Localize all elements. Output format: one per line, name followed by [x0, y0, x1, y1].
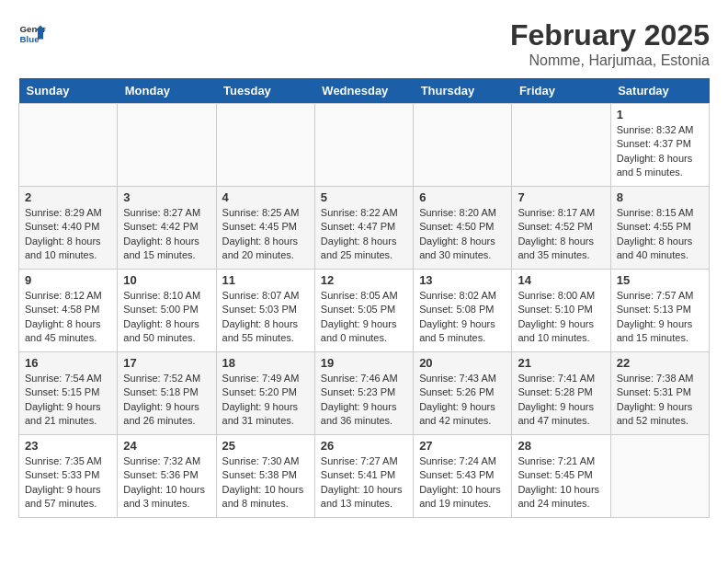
calendar-header-row: Sunday Monday Tuesday Wednesday Thursday…: [19, 78, 710, 104]
table-row: [414, 104, 512, 187]
day-number: 26: [321, 439, 407, 453]
table-row: 25Sunrise: 7:30 AM Sunset: 5:38 PM Dayli…: [216, 435, 314, 518]
day-info: Sunrise: 8:00 AM Sunset: 5:10 PM Dayligh…: [518, 289, 604, 346]
day-info: Sunrise: 8:29 AM Sunset: 4:40 PM Dayligh…: [25, 206, 111, 263]
day-info: Sunrise: 8:17 AM Sunset: 4:52 PM Dayligh…: [518, 206, 604, 263]
day-number: 11: [222, 273, 309, 287]
table-row: 2Sunrise: 8:29 AM Sunset: 4:40 PM Daylig…: [19, 187, 118, 270]
table-row: [19, 104, 118, 187]
day-info: Sunrise: 7:52 AM Sunset: 5:18 PM Dayligh…: [123, 372, 210, 429]
day-info: Sunrise: 7:21 AM Sunset: 5:45 PM Dayligh…: [518, 454, 604, 511]
table-row: 12Sunrise: 8:05 AM Sunset: 5:05 PM Dayli…: [314, 270, 413, 352]
day-number: 14: [518, 273, 604, 287]
day-number: 6: [419, 190, 506, 204]
day-number: 8: [617, 190, 703, 204]
table-row: [610, 435, 709, 518]
logo: General Blue: [18, 18, 46, 46]
table-row: [216, 104, 314, 187]
day-info: Sunrise: 7:57 AM Sunset: 5:13 PM Dayligh…: [617, 289, 703, 346]
day-number: 25: [222, 439, 309, 453]
day-number: 17: [123, 356, 210, 370]
day-info: Sunrise: 7:27 AM Sunset: 5:41 PM Dayligh…: [321, 454, 407, 511]
day-number: 18: [222, 356, 309, 370]
table-row: 7Sunrise: 8:17 AM Sunset: 4:52 PM Daylig…: [512, 187, 610, 270]
day-info: Sunrise: 8:15 AM Sunset: 4:55 PM Dayligh…: [617, 206, 703, 263]
day-info: Sunrise: 8:05 AM Sunset: 5:05 PM Dayligh…: [321, 289, 407, 346]
table-row: 5Sunrise: 8:22 AM Sunset: 4:47 PM Daylig…: [314, 187, 413, 270]
table-row: 23Sunrise: 7:35 AM Sunset: 5:33 PM Dayli…: [19, 435, 118, 518]
day-number: 9: [25, 273, 111, 287]
day-info: Sunrise: 8:12 AM Sunset: 4:58 PM Dayligh…: [25, 289, 111, 346]
day-number: 22: [617, 356, 703, 370]
day-info: Sunrise: 8:10 AM Sunset: 5:00 PM Dayligh…: [123, 289, 210, 346]
table-row: 8Sunrise: 8:15 AM Sunset: 4:55 PM Daylig…: [610, 187, 709, 270]
day-number: 4: [222, 190, 309, 204]
day-number: 28: [518, 439, 604, 453]
table-row: 16Sunrise: 7:54 AM Sunset: 5:15 PM Dayli…: [19, 352, 118, 435]
day-info: Sunrise: 7:41 AM Sunset: 5:28 PM Dayligh…: [518, 372, 604, 429]
title-block: February 2025 Nomme, Harjumaa, Estonia: [510, 18, 710, 69]
table-row: 27Sunrise: 7:24 AM Sunset: 5:43 PM Dayli…: [414, 435, 512, 518]
day-number: 13: [419, 273, 506, 287]
calendar-week-row: 9Sunrise: 8:12 AM Sunset: 4:58 PM Daylig…: [19, 270, 710, 352]
table-row: 21Sunrise: 7:41 AM Sunset: 5:28 PM Dayli…: [512, 352, 610, 435]
day-info: Sunrise: 7:32 AM Sunset: 5:36 PM Dayligh…: [123, 454, 210, 511]
day-number: 19: [321, 356, 407, 370]
day-info: Sunrise: 8:32 AM Sunset: 4:37 PM Dayligh…: [617, 123, 703, 180]
table-row: 18Sunrise: 7:49 AM Sunset: 5:20 PM Dayli…: [216, 352, 314, 435]
day-info: Sunrise: 7:49 AM Sunset: 5:20 PM Dayligh…: [222, 372, 309, 429]
day-info: Sunrise: 7:35 AM Sunset: 5:33 PM Dayligh…: [25, 454, 111, 511]
logo-icon: General Blue: [18, 18, 46, 46]
table-row: 10Sunrise: 8:10 AM Sunset: 5:00 PM Dayli…: [118, 270, 216, 352]
day-info: Sunrise: 8:20 AM Sunset: 4:50 PM Dayligh…: [419, 206, 506, 263]
col-thursday: Thursday: [414, 78, 512, 104]
day-number: 16: [25, 356, 111, 370]
table-row: [118, 104, 216, 187]
table-row: 19Sunrise: 7:46 AM Sunset: 5:23 PM Dayli…: [314, 352, 413, 435]
svg-text:Blue: Blue: [20, 34, 40, 44]
table-row: 24Sunrise: 7:32 AM Sunset: 5:36 PM Dayli…: [118, 435, 216, 518]
calendar-week-row: 1Sunrise: 8:32 AM Sunset: 4:37 PM Daylig…: [19, 104, 710, 187]
calendar-week-row: 16Sunrise: 7:54 AM Sunset: 5:15 PM Dayli…: [19, 352, 710, 435]
calendar-week-row: 23Sunrise: 7:35 AM Sunset: 5:33 PM Dayli…: [19, 435, 710, 518]
table-row: 22Sunrise: 7:38 AM Sunset: 5:31 PM Dayli…: [610, 352, 709, 435]
day-number: 21: [518, 356, 604, 370]
table-row: 4Sunrise: 8:25 AM Sunset: 4:45 PM Daylig…: [216, 187, 314, 270]
day-info: Sunrise: 7:54 AM Sunset: 5:15 PM Dayligh…: [25, 372, 111, 429]
day-info: Sunrise: 8:25 AM Sunset: 4:45 PM Dayligh…: [222, 206, 309, 263]
col-monday: Monday: [118, 78, 216, 104]
calendar-week-row: 2Sunrise: 8:29 AM Sunset: 4:40 PM Daylig…: [19, 187, 710, 270]
table-row: [314, 104, 413, 187]
day-info: Sunrise: 7:30 AM Sunset: 5:38 PM Dayligh…: [222, 454, 309, 511]
day-number: 27: [419, 439, 506, 453]
table-row: 15Sunrise: 7:57 AM Sunset: 5:13 PM Dayli…: [610, 270, 709, 352]
table-row: 6Sunrise: 8:20 AM Sunset: 4:50 PM Daylig…: [414, 187, 512, 270]
col-saturday: Saturday: [610, 78, 709, 104]
calendar-table: Sunday Monday Tuesday Wednesday Thursday…: [18, 78, 710, 518]
day-number: 24: [123, 439, 210, 453]
table-row: [512, 104, 610, 187]
table-row: 14Sunrise: 8:00 AM Sunset: 5:10 PM Dayli…: [512, 270, 610, 352]
day-number: 12: [321, 273, 407, 287]
day-info: Sunrise: 8:02 AM Sunset: 5:08 PM Dayligh…: [419, 289, 506, 346]
table-row: 11Sunrise: 8:07 AM Sunset: 5:03 PM Dayli…: [216, 270, 314, 352]
table-row: 26Sunrise: 7:27 AM Sunset: 5:41 PM Dayli…: [314, 435, 413, 518]
col-friday: Friday: [512, 78, 610, 104]
calendar-subtitle: Nomme, Harjumaa, Estonia: [510, 52, 710, 69]
day-number: 23: [25, 439, 111, 453]
day-info: Sunrise: 8:27 AM Sunset: 4:42 PM Dayligh…: [123, 206, 210, 263]
day-number: 10: [123, 273, 210, 287]
day-number: 7: [518, 190, 604, 204]
day-number: 2: [25, 190, 111, 204]
day-number: 5: [321, 190, 407, 204]
table-row: 28Sunrise: 7:21 AM Sunset: 5:45 PM Dayli…: [512, 435, 610, 518]
table-row: 3Sunrise: 8:27 AM Sunset: 4:42 PM Daylig…: [118, 187, 216, 270]
table-row: 13Sunrise: 8:02 AM Sunset: 5:08 PM Dayli…: [414, 270, 512, 352]
table-row: 9Sunrise: 8:12 AM Sunset: 4:58 PM Daylig…: [19, 270, 118, 352]
col-tuesday: Tuesday: [216, 78, 314, 104]
table-row: 1Sunrise: 8:32 AM Sunset: 4:37 PM Daylig…: [610, 104, 709, 187]
table-row: 17Sunrise: 7:52 AM Sunset: 5:18 PM Dayli…: [118, 352, 216, 435]
day-info: Sunrise: 7:24 AM Sunset: 5:43 PM Dayligh…: [419, 454, 506, 511]
calendar-title: February 2025: [510, 18, 710, 52]
day-info: Sunrise: 8:22 AM Sunset: 4:47 PM Dayligh…: [321, 206, 407, 263]
